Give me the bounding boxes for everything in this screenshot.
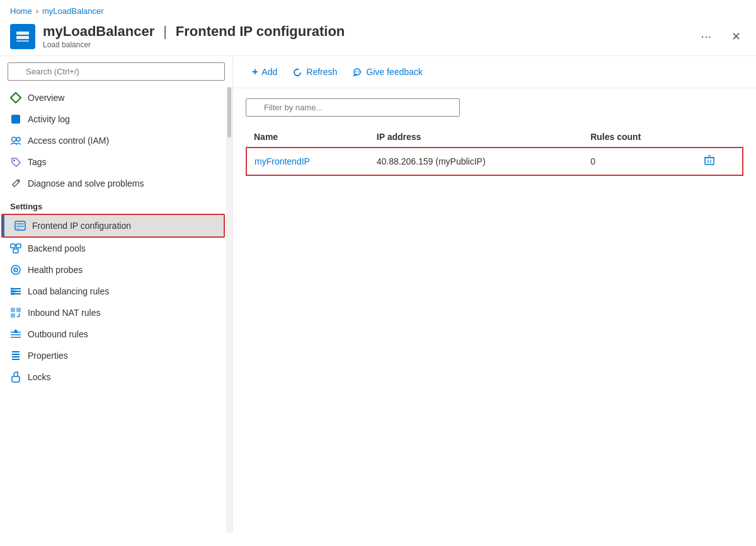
svg-marker-3 bbox=[11, 93, 21, 103]
nav-list: Overview Activity log bbox=[0, 87, 226, 533]
scrollbar-thumb[interactable] bbox=[227, 87, 231, 137]
svg-point-5 bbox=[12, 137, 16, 142]
toolbar: + Add Refresh bbox=[233, 56, 756, 88]
frontend-ip-icon bbox=[14, 220, 26, 231]
svg-rect-26 bbox=[16, 308, 21, 312]
svg-rect-36 bbox=[12, 376, 20, 382]
diamond-icon bbox=[10, 92, 21, 103]
breadcrumb-home[interactable]: Home bbox=[10, 6, 32, 16]
delete-button[interactable] bbox=[704, 157, 715, 168]
sidebar-item-properties[interactable]: Properties bbox=[0, 345, 226, 366]
sidebar-item-diagnose[interactable]: Diagnose and solve problems bbox=[0, 173, 226, 194]
settings-section-title: Settings bbox=[0, 194, 226, 214]
wrench-icon bbox=[10, 178, 21, 189]
main-layout: 🔍 Overview Activity log bbox=[0, 56, 756, 533]
content-body: 🔍 Name IP address Rules count bbox=[233, 88, 756, 533]
sidebar-item-frontend-ip[interactable]: Frontend IP configuration bbox=[3, 215, 224, 236]
svg-rect-41 bbox=[705, 158, 714, 165]
svg-point-7 bbox=[13, 160, 15, 161]
tag-icon bbox=[10, 156, 21, 168]
sidebar-search-area: 🔍 bbox=[0, 56, 232, 87]
page-header-actions: ··· ✕ bbox=[696, 26, 746, 46]
col-rules: Rules count bbox=[583, 127, 696, 148]
rules-count-cell: 0 bbox=[583, 148, 696, 175]
activity-log-icon bbox=[10, 113, 21, 125]
plus-icon: + bbox=[252, 66, 258, 78]
feedback-icon bbox=[352, 66, 362, 77]
sidebar-item-locks[interactable]: Locks bbox=[0, 366, 226, 388]
lock-icon bbox=[10, 371, 21, 383]
health-probes-icon bbox=[10, 264, 21, 276]
nav-selected-outline: Frontend IP configuration bbox=[1, 214, 225, 238]
sidebar-item-activity-log[interactable]: Activity log bbox=[0, 108, 226, 130]
col-actions bbox=[696, 127, 743, 148]
frontend-ip-link[interactable]: myFrontendIP bbox=[255, 156, 310, 166]
sidebar-scrollbar[interactable] bbox=[226, 87, 232, 533]
more-options-button[interactable]: ··· bbox=[696, 26, 716, 46]
feedback-button[interactable]: Give feedback bbox=[346, 62, 429, 81]
table-header-row: Name IP address Rules count bbox=[246, 127, 743, 148]
sidebar-item-outbound-rules[interactable]: Outbound rules bbox=[0, 323, 226, 345]
svg-rect-10 bbox=[16, 223, 24, 224]
filter-bar: 🔍 bbox=[246, 98, 743, 117]
refresh-icon bbox=[292, 66, 302, 77]
svg-rect-11 bbox=[16, 226, 24, 227]
svg-rect-2 bbox=[16, 40, 29, 42]
svg-rect-4 bbox=[11, 115, 20, 124]
load-balancer-icon bbox=[15, 30, 30, 43]
svg-rect-25 bbox=[11, 308, 15, 312]
sidebar-item-overview[interactable]: Overview bbox=[0, 87, 226, 108]
sidebar-item-access-control[interactable]: Access control (IAM) bbox=[0, 130, 226, 151]
search-wrapper: 🔍 bbox=[8, 62, 225, 81]
svg-rect-12 bbox=[16, 228, 20, 229]
svg-rect-0 bbox=[16, 32, 29, 35]
svg-rect-15 bbox=[13, 249, 18, 253]
close-button[interactable]: ✕ bbox=[726, 27, 746, 46]
sidebar-item-lb-rules[interactable]: Load balancing rules bbox=[0, 281, 226, 302]
svg-rect-27 bbox=[11, 313, 15, 318]
svg-rect-1 bbox=[16, 36, 29, 39]
content-area: + Add Refresh bbox=[233, 56, 756, 533]
svg-rect-13 bbox=[11, 244, 15, 248]
svg-point-39 bbox=[355, 71, 357, 73]
page-subtitle: Load balancer bbox=[43, 40, 696, 49]
svg-marker-31 bbox=[13, 329, 18, 332]
properties-icon bbox=[10, 350, 21, 361]
page-header-title: myLoadBalancer | Frontend IP configurati… bbox=[43, 23, 696, 40]
inbound-nat-icon bbox=[10, 307, 21, 318]
col-ip: IP address bbox=[369, 127, 583, 148]
svg-marker-37 bbox=[297, 68, 299, 70]
sidebar-item-health-probes[interactable]: Health probes bbox=[0, 259, 226, 281]
sidebar: 🔍 Overview Activity log bbox=[0, 56, 233, 533]
table-row: myFrontendIP 40.88.206.159 (myPublicIP) … bbox=[246, 148, 743, 175]
lb-rules-icon bbox=[10, 286, 21, 297]
svg-point-18 bbox=[15, 269, 16, 270]
sidebar-item-inbound-nat[interactable]: Inbound NAT rules bbox=[0, 302, 226, 323]
breadcrumb: Home › myLoadBalancer bbox=[0, 0, 756, 20]
add-button[interactable]: + Add bbox=[246, 62, 284, 81]
filter-input[interactable] bbox=[246, 98, 460, 117]
svg-point-6 bbox=[16, 137, 20, 141]
col-name: Name bbox=[246, 127, 369, 148]
data-table: Name IP address Rules count myFrontendIP… bbox=[246, 127, 743, 176]
page-header: myLoadBalancer | Frontend IP configurati… bbox=[0, 20, 756, 56]
ip-address-cell: 40.88.206.159 (myPublicIP) bbox=[369, 148, 583, 175]
refresh-button[interactable]: Refresh bbox=[286, 62, 343, 81]
resource-icon bbox=[10, 24, 35, 49]
svg-point-40 bbox=[358, 71, 359, 73]
breadcrumb-resource[interactable]: myLoadBalancer bbox=[42, 6, 104, 16]
iam-icon bbox=[10, 135, 21, 146]
sidebar-inner: Overview Activity log bbox=[0, 87, 232, 533]
sidebar-item-backend-pools[interactable]: Backend pools bbox=[0, 238, 226, 259]
sidebar-item-tags[interactable]: Tags bbox=[0, 151, 226, 173]
svg-rect-14 bbox=[16, 244, 21, 248]
backend-pools-icon bbox=[10, 243, 21, 254]
page-header-text: myLoadBalancer | Frontend IP configurati… bbox=[43, 23, 696, 49]
breadcrumb-separator: › bbox=[36, 6, 38, 16]
filter-wrapper: 🔍 bbox=[246, 98, 460, 117]
search-input[interactable] bbox=[8, 62, 225, 81]
outbound-rules-icon bbox=[10, 328, 21, 340]
